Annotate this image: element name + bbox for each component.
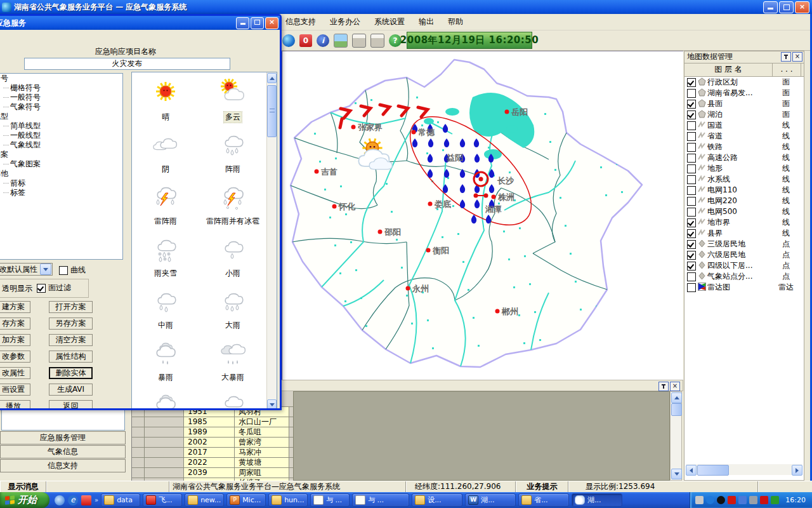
layer-checkbox[interactable] xyxy=(687,262,696,271)
layer-row[interactable]: 地形线 xyxy=(684,163,804,174)
tree-item[interactable]: 标签 xyxy=(3,188,122,197)
taskbar-button-1[interactable]: 飞... xyxy=(143,493,182,507)
close-button[interactable]: × xyxy=(795,1,809,13)
scroll-left-icon[interactable] xyxy=(686,465,697,476)
palette-item-shower[interactable]: 阵雨 xyxy=(199,128,266,180)
palette-item-sleet[interactable]: 雨夹雪 xyxy=(132,232,199,284)
tree-item[interactable]: 气象图案 xyxy=(3,159,122,169)
fetion-icon[interactable] xyxy=(728,496,736,504)
ie-icon[interactable]: e xyxy=(68,495,78,505)
scroll-down-icon[interactable] xyxy=(267,399,277,410)
status-show-message[interactable]: 显示消息 xyxy=(0,481,46,493)
print-icon[interactable] xyxy=(352,34,366,48)
menu-item-4[interactable]: 帮助 xyxy=(448,17,463,27)
layer-row[interactable]: 电网110线 xyxy=(684,185,804,196)
project-name-input[interactable] xyxy=(24,58,230,70)
dialog-button-left-4[interactable]: 改属性 xyxy=(0,367,30,379)
layer-row[interactable]: 气象站点分...点 xyxy=(684,271,804,282)
taskbar-button-2[interactable]: new... xyxy=(185,493,224,507)
taskbar-button-9[interactable]: 省... xyxy=(518,493,569,507)
keyboard-icon[interactable] xyxy=(695,496,704,504)
layer-row[interactable]: 水系线线 xyxy=(684,174,804,185)
dialog-button-right-2[interactable]: 清空方案 xyxy=(49,334,93,346)
pin-icon[interactable] xyxy=(658,382,669,391)
scroll-down-icon[interactable] xyxy=(671,469,682,479)
dialog-button-right-1[interactable]: 另存方案 xyxy=(49,318,93,330)
start-button[interactable]: 开始 xyxy=(0,492,49,508)
palette-item-storm[interactable]: 暴雨 xyxy=(132,337,199,389)
dialog-button-right-6[interactable]: 返回 xyxy=(49,400,93,410)
dialog-button-left-3[interactable]: 改参数 xyxy=(0,351,30,363)
window-icon[interactable] xyxy=(738,496,747,504)
tree-item[interactable]: 图案 xyxy=(0,150,122,159)
close-icon[interactable]: × xyxy=(670,382,680,391)
layer-row[interactable]: 省道线 xyxy=(684,131,804,142)
layer-row[interactable]: 县界线 xyxy=(684,228,804,239)
info-icon[interactable]: i xyxy=(317,34,329,47)
tree-item[interactable]: 栅格符号 xyxy=(3,83,122,93)
scrollbar-thumb[interactable] xyxy=(697,465,729,476)
palette-item-storm[interactable] xyxy=(132,389,199,410)
taskbar-button-10[interactable]: 湖... xyxy=(572,493,622,507)
qq-icon[interactable] xyxy=(717,496,725,504)
menu-item-0[interactable]: 信息支持 xyxy=(285,17,316,27)
table-row[interactable]: 1989冬瓜咀 xyxy=(132,427,294,438)
taskbar-button-8[interactable]: W湖... xyxy=(465,493,516,507)
dialog-button-left-6[interactable]: 播放 xyxy=(0,400,30,410)
face-filter-checkbox[interactable]: 面过滤 xyxy=(37,283,71,293)
transparent-checkbox[interactable]: 透明显示 xyxy=(2,283,32,294)
layer-row[interactable]: 高速公路线 xyxy=(684,152,804,163)
table-row[interactable]: 1985水口山一厂 xyxy=(132,417,294,427)
menu-item-1[interactable]: 业务办公 xyxy=(330,17,360,27)
taskbar-button-3[interactable]: PMic... xyxy=(226,493,266,507)
palette-item-thunderhail[interactable]: 雷阵雨并有冰雹 xyxy=(199,180,266,232)
left-panel-button-0[interactable]: 应急服务管理 xyxy=(0,431,126,444)
palette-item-rain2[interactable]: 中雨 xyxy=(132,284,199,337)
dialog-button-left-2[interactable]: 加方案 xyxy=(0,334,30,346)
left-panel-button-2[interactable]: 信息支持 xyxy=(0,459,126,472)
layer-checkbox[interactable] xyxy=(687,186,696,195)
table-row[interactable]: 2039周家咀 xyxy=(132,468,294,478)
taskbar-button-0[interactable]: data xyxy=(101,493,140,507)
map-canvas[interactable]: 张家界岳阳常德益阳长沙吉首娄底株洲湘潭怀化邵阳衡阳永州郴州 xyxy=(281,51,683,380)
tree-item[interactable]: 气象线型 xyxy=(3,140,122,150)
pin-icon[interactable] xyxy=(781,52,791,62)
layer-row[interactable]: 铁路线 xyxy=(684,142,804,152)
left-panel-button-1[interactable]: 气象信息 xyxy=(0,445,126,458)
tree-item[interactable]: 箭标 xyxy=(3,178,122,188)
layer-row[interactable]: 湖南省易发...面 xyxy=(684,88,804,98)
palette-item-sun[interactable]: 晴 xyxy=(132,76,199,128)
image-icon[interactable] xyxy=(334,34,348,48)
palette-item-rain1[interactable]: 小雨 xyxy=(199,232,266,284)
table-row[interactable]: 2002曾家湾 xyxy=(132,438,294,448)
minimize-icon[interactable] xyxy=(236,17,249,29)
layer-row[interactable]: 四级以下居...点 xyxy=(684,260,804,271)
dialog-button-right-4[interactable]: 删除实体 xyxy=(49,367,93,379)
scroll-up-icon[interactable] xyxy=(671,392,682,403)
layer-checkbox[interactable] xyxy=(687,175,696,184)
layer-checkbox[interactable] xyxy=(687,283,696,292)
layer-checkbox[interactable] xyxy=(687,208,696,217)
print2-icon[interactable] xyxy=(370,34,384,48)
layer-row[interactable]: 地市界线 xyxy=(684,217,804,228)
layer-row[interactable]: 雷达图雷达 xyxy=(684,282,804,293)
layer-row[interactable]: 行政区划面 xyxy=(684,77,804,88)
layer-list-hscrollbar[interactable] xyxy=(686,464,802,475)
tree-item[interactable]: 符号 xyxy=(0,74,122,83)
fetion-icon[interactable] xyxy=(81,495,91,505)
dialog-button-left-1[interactable]: 存方案 xyxy=(0,318,30,330)
dialog-button-right-5[interactable]: 生成AVI xyxy=(49,384,93,396)
layer-checkbox[interactable] xyxy=(687,89,696,98)
layer-checkbox[interactable] xyxy=(687,272,696,281)
palette-scrollbar[interactable] xyxy=(266,72,277,410)
taskbar-button-7[interactable]: 设... xyxy=(412,493,462,507)
column-more[interactable]: . . . xyxy=(773,64,801,76)
layer-checkbox[interactable] xyxy=(687,218,696,227)
tree-item[interactable]: 气象符号 xyxy=(3,102,122,112)
tree-item[interactable]: 一般线型 xyxy=(3,131,122,140)
layer-row[interactable]: 六级居民地点 xyxy=(684,250,804,260)
restore-button[interactable] xyxy=(779,1,794,13)
table-row[interactable]: 2022黄坡塘 xyxy=(132,458,294,468)
layer-checkbox[interactable] xyxy=(687,240,696,249)
palette-item-bigstorm[interactable]: 大暴雨 xyxy=(199,337,266,389)
